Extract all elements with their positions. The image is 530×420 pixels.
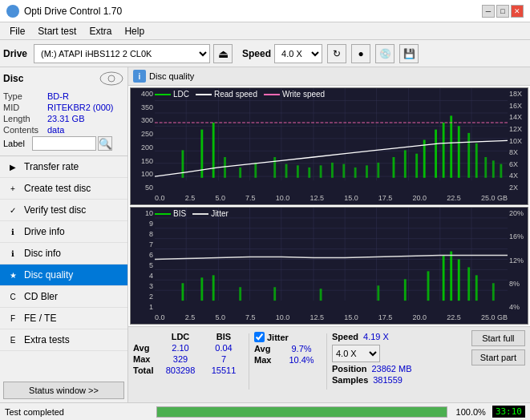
save-button[interactable]: 💾 — [399, 44, 419, 63]
blank-cell — [133, 332, 157, 341]
extra-tests-icon: E — [6, 333, 19, 346]
svg-point-1 — [108, 75, 115, 82]
legend-read-speed: Read speed — [196, 90, 257, 99]
length-value: 23.31 GB — [47, 114, 124, 123]
svg-rect-47 — [500, 164, 502, 178]
svg-rect-73 — [404, 279, 407, 301]
jitter-avg-label: Avg — [254, 344, 278, 353]
maximize-button[interactable]: □ — [496, 5, 509, 18]
status-window-button[interactable]: Status window >> — [3, 382, 124, 399]
jitter-checkbox[interactable] — [254, 332, 265, 342]
svg-rect-39 — [435, 130, 437, 178]
disc-quality-header: i Disc quality — [128, 67, 530, 86]
label-search-button[interactable]: 🔍 — [98, 136, 112, 151]
progress-container — [156, 406, 447, 418]
drive-select[interactable]: (M:) ATAPI iHBS112 2 CL0K — [34, 44, 210, 63]
disc-length-row: Length 23.31 GB — [3, 114, 124, 123]
chart1-y-axis-right: 18X 16X 14X 12X 10X 8X 6X 4X 2X — [508, 88, 528, 192]
bis-legend-color — [155, 213, 171, 215]
ldc-legend-label: LDC — [173, 90, 189, 99]
refresh-button[interactable]: ↻ — [327, 44, 346, 63]
main-container: Drive (M:) ATAPI iHBS112 2 CL0K ⏏ Speed … — [0, 40, 530, 420]
svg-rect-75 — [443, 256, 445, 301]
menu-start-test[interactable]: Start test — [31, 24, 83, 38]
time-display: 33:10 — [492, 406, 525, 418]
legend-ldc: LDC — [155, 90, 189, 99]
svg-rect-21 — [212, 123, 215, 178]
svg-rect-28 — [308, 168, 310, 178]
titlebar: Opti Drive Control 1.70 ─ □ ✕ — [0, 0, 530, 22]
nav-verify-test-disc[interactable]: ✓ Verify test disc — [0, 200, 127, 221]
start-full-button[interactable]: Start full — [471, 330, 525, 346]
menubar: File Start test Extra Help — [0, 22, 530, 40]
nav-fe-te[interactable]: F FE / TE — [0, 308, 127, 329]
charts-container: LDC Read speed Write speed 400 — [128, 86, 530, 326]
nav-create-test-disc-label: Create test disc — [24, 183, 91, 194]
speed-select[interactable]: 4.0 X — [274, 44, 322, 63]
label-input[interactable] — [32, 136, 96, 151]
disc-title: Disc — [3, 73, 23, 84]
chart1-svg — [155, 88, 508, 192]
ldc-legend-color — [155, 94, 171, 95]
chart1-y-axis-left: 400 350 300 250 200 150 100 50 — [131, 88, 155, 192]
chart2-legend: BIS Jitter — [155, 209, 229, 218]
status-text: Test completed — [5, 407, 150, 417]
length-label: Length — [3, 114, 47, 123]
menu-extra[interactable]: Extra — [83, 24, 118, 38]
disc-section: Disc Type BD-R MID RITEKBR2 (000) — [0, 67, 127, 156]
stats-bar: LDC BIS Avg 2.10 0.04 Max 329 7 Total — [128, 326, 530, 402]
svg-rect-41 — [450, 115, 452, 177]
jitter-avg-row: Avg 9.7% — [254, 344, 322, 353]
chart1-legend: LDC Read speed Write speed — [155, 90, 325, 99]
chart1-x-axis: 0.0 2.5 5.0 7.5 10.0 12.5 15.0 17.5 20.0… — [155, 192, 508, 204]
nav-extra-tests[interactable]: E Extra tests — [0, 329, 127, 351]
nav-disc-quality[interactable]: ★ Disc quality — [0, 265, 127, 286]
nav-verify-test-disc-label: Verify test disc — [24, 204, 86, 216]
svg-rect-78 — [467, 267, 470, 301]
drive-info-icon: ℹ — [6, 225, 19, 238]
svg-rect-45 — [484, 157, 487, 178]
cd-bler-icon: C — [6, 290, 19, 303]
nav-transfer-rate[interactable]: ▶ Transfer rate — [0, 156, 127, 178]
speed-row: Speed 4.19 X — [332, 332, 412, 341]
max-jitter-value: 10.4% — [281, 355, 322, 365]
menu-file[interactable]: File — [3, 24, 31, 38]
chart-bis: BIS Jitter 10 9 8 7 6 5 — [130, 207, 528, 325]
avg-jitter-value: 9.7% — [281, 344, 322, 353]
disc-quality-header-icon: i — [133, 70, 146, 83]
svg-rect-76 — [450, 252, 452, 301]
titlebar-controls: ─ □ ✕ — [482, 5, 524, 18]
stats-max-row: Max 329 7 — [133, 354, 244, 364]
menu-help[interactable]: Help — [118, 24, 151, 38]
start-part-button[interactable]: Start part — [471, 349, 525, 365]
read-speed-legend-label: Read speed — [214, 90, 257, 99]
bis-col-header: BIS — [204, 332, 244, 341]
chart2-y-axis-right: 20% 16% 12% 8% 4% — [508, 208, 528, 311]
minimize-button[interactable]: ─ — [482, 5, 495, 18]
svg-rect-42 — [458, 126, 460, 178]
nav-drive-info[interactable]: ℹ Drive info — [0, 221, 127, 243]
media-button[interactable]: 💿 — [375, 44, 394, 63]
transfer-rate-icon: ▶ — [6, 160, 19, 173]
speed-stat-select[interactable]: 4.0 X — [332, 345, 380, 362]
svg-rect-67 — [200, 277, 203, 301]
drive-label: Drive — [3, 48, 27, 59]
svg-rect-80 — [492, 283, 495, 301]
svg-rect-74 — [427, 271, 430, 301]
type-value: BD-R — [47, 91, 124, 101]
disc-quality-title: Disc quality — [149, 71, 194, 81]
svg-rect-29 — [320, 165, 322, 177]
stats-divider2 — [326, 333, 327, 390]
eject-button[interactable]: ⏏ — [213, 44, 233, 63]
nav-disc-info[interactable]: ℹ Disc info — [0, 243, 127, 265]
nav-cd-bler[interactable]: C CD Bler — [0, 286, 127, 308]
svg-rect-46 — [492, 160, 495, 178]
jitter-max-row: Max 10.4% — [254, 355, 322, 365]
disc-quality-icon: ★ — [6, 269, 19, 281]
mid-value: RITEKBR2 (000) — [47, 103, 124, 112]
jitter-header: Jitter — [254, 332, 322, 342]
progress-label: 100.0% — [454, 407, 486, 417]
close-button[interactable]: ✕ — [511, 5, 524, 18]
burn-button[interactable]: ● — [351, 44, 370, 63]
nav-create-test-disc[interactable]: + Create test disc — [0, 178, 127, 200]
